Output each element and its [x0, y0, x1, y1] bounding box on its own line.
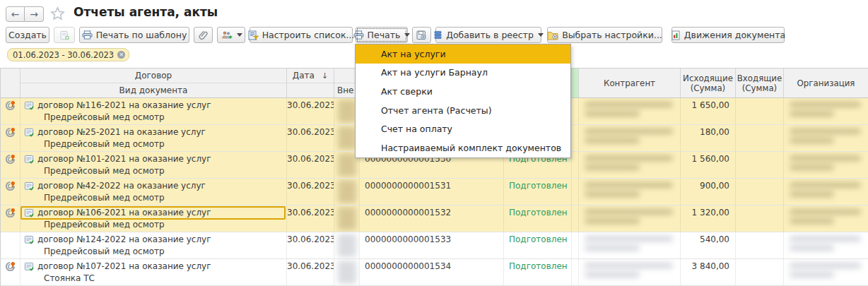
incoming-sum-cell[interactable] [736, 125, 784, 151]
status-cell[interactable]: Подготовлен [504, 259, 572, 285]
header-contract[interactable]: Договор Вид документа [20, 68, 287, 98]
incoming-sum-cell[interactable] [736, 259, 784, 285]
incoming-sum-cell[interactable] [736, 205, 784, 232]
back-arrow-icon: ← [11, 8, 20, 20]
date-cell[interactable]: 30.06.2023 [287, 179, 334, 205]
indicator-cell [572, 179, 579, 205]
outgoing-sum-cell[interactable]: 1 320,00 [681, 205, 736, 232]
redacted-contragent [579, 98, 681, 124]
redacted-contragent [579, 152, 681, 178]
document-icon [24, 208, 34, 218]
number-cell[interactable]: 0000000000001533 [360, 232, 504, 258]
print-menu-button[interactable]: Печать [356, 27, 408, 43]
period-filter-value: 01.06.2023 - 30.06.2023 [13, 50, 114, 60]
status-cell[interactable]: Подготовлен [504, 232, 572, 258]
add-user-button[interactable] [217, 27, 245, 43]
document-icon [24, 155, 34, 164]
save-settings-button[interactable] [412, 27, 431, 43]
document-kind: Предрейсовый мед осмотр [24, 138, 283, 150]
redacted-organization [784, 125, 868, 151]
menu-item-komplekt-dokumentov[interactable]: Настраиваемый комплект документов [356, 138, 570, 157]
outgoing-sum-cell[interactable]: 540,00 [681, 232, 736, 258]
status-cell[interactable]: Подготовлен [504, 179, 572, 205]
date-cell[interactable]: 30.06.2023 [287, 259, 334, 285]
redacted-organization [784, 205, 868, 232]
indicator-cell [572, 125, 579, 151]
copy-button[interactable] [54, 27, 75, 43]
back-button[interactable]: ← [6, 6, 25, 22]
create-button[interactable]: Создать [6, 27, 49, 43]
incoming-sum-cell[interactable] [736, 152, 784, 178]
select-settings-button[interactable]: Выбрать настройки... [547, 27, 662, 43]
table-row[interactable]: договор №42-2022 на оказание услугПредре… [1, 179, 868, 205]
header-green-indicator[interactable] [572, 68, 579, 98]
contract-name: договор №124-2022 на оказание услуг [37, 234, 211, 244]
redacted-organization [784, 152, 868, 178]
outgoing-sum-cell[interactable]: 1 650,00 [681, 98, 736, 124]
header-outgoing-sum[interactable]: Исходящие(Сумма) [681, 68, 736, 98]
incoming-sum-cell[interactable] [736, 179, 784, 205]
document-movements-button[interactable]: Движения документа [671, 27, 785, 43]
header-date[interactable]: Дата↓ [287, 68, 334, 98]
redacted-external-number [334, 259, 360, 285]
redacted-external-number [334, 232, 360, 258]
table-row[interactable]: договор №107-2021 на оказание услугСтоян… [1, 259, 868, 286]
redacted-contragent [579, 125, 681, 151]
indicator-cell [572, 232, 579, 258]
configure-list-button[interactable]: Настроить список... [250, 27, 353, 43]
dropdown-caret-icon [237, 33, 242, 37]
contract-name: договор №101-2021 на оказание услуг [37, 154, 211, 164]
menu-item-schet-na-oplatu[interactable]: Счет на оплату [356, 119, 570, 138]
pin-icon [4, 153, 16, 165]
outgoing-sum-cell[interactable]: 1 560,00 [681, 152, 736, 178]
people-add-icon [221, 30, 233, 40]
redacted-contragent [579, 205, 681, 232]
incoming-sum-cell[interactable] [736, 98, 784, 124]
forward-arrow-icon: → [30, 8, 38, 20]
header-organization[interactable]: Организация [784, 68, 868, 98]
number-cell[interactable]: 0000000000001534 [360, 259, 504, 285]
add-to-registry-button[interactable]: Добавить в реестр [435, 27, 541, 43]
redacted-organization [784, 98, 868, 124]
table-row[interactable]: договор №124-2022 на оказание услугПредр… [1, 232, 868, 259]
app-window: ← → Отчеты агента, акты Создать Печать п… [0, 0, 868, 286]
indicator-cell [572, 259, 579, 285]
incoming-sum-cell[interactable] [736, 232, 784, 258]
date-cell[interactable]: 30.06.2023 [287, 205, 334, 232]
menu-item-act-uslugi-barnaul[interactable]: Акт на услуги Барнаул [356, 64, 570, 83]
attachment-button[interactable] [194, 27, 213, 43]
favorite-star-icon[interactable] [49, 6, 66, 23]
sort-desc-icon: ↓ [322, 71, 328, 81]
status-cell[interactable]: Подготовлен [504, 205, 572, 232]
remove-filter-icon[interactable]: × [117, 51, 125, 59]
date-cell[interactable]: 30.06.2023 [287, 232, 334, 258]
number-cell[interactable]: 0000000000001531 [360, 179, 504, 205]
document-kind: Предрейсовый мед осмотр [24, 192, 283, 204]
forward-button[interactable]: → [25, 6, 44, 22]
dropdown-caret-icon [538, 33, 544, 37]
redacted-organization [784, 232, 868, 258]
table-row[interactable]: договор №106-2021 на оказание услугПредр… [1, 205, 868, 232]
folder-gear-icon [547, 30, 558, 40]
pin-icon [4, 261, 16, 273]
header-contragent[interactable]: Контрагент [579, 68, 681, 98]
document-chart-icon [671, 30, 681, 40]
outgoing-sum-cell[interactable]: 900,00 [681, 179, 736, 205]
date-cell[interactable]: 30.06.2023 [287, 152, 334, 178]
outgoing-sum-cell[interactable]: 3 840,00 [681, 259, 736, 285]
print-by-template-button[interactable]: Печать по шаблону [79, 27, 189, 43]
menu-item-act-uslugi[interactable]: Акт на услуги [356, 44, 570, 64]
indicator-cell [572, 152, 579, 178]
period-filter-chip[interactable]: 01.06.2023 - 30.06.2023 × [7, 48, 129, 61]
date-cell[interactable]: 30.06.2023 [287, 98, 334, 124]
menu-item-otchet-agenta[interactable]: Отчет агента (Расчеты) [356, 101, 570, 120]
document-kind: Стоянка ТС [24, 273, 283, 285]
outgoing-sum-cell[interactable]: 180,00 [681, 125, 736, 151]
header-icon-column[interactable] [1, 68, 20, 98]
printer-icon [82, 30, 93, 40]
date-cell[interactable]: 30.06.2023 [287, 125, 334, 151]
menu-item-act-sverki[interactable]: Акт сверки [356, 82, 570, 101]
header-incoming-sum[interactable]: Входящие(Сумма) [736, 68, 784, 98]
dropdown-caret-icon [404, 33, 410, 37]
number-cell[interactable]: 0000000000001532 [360, 205, 504, 232]
